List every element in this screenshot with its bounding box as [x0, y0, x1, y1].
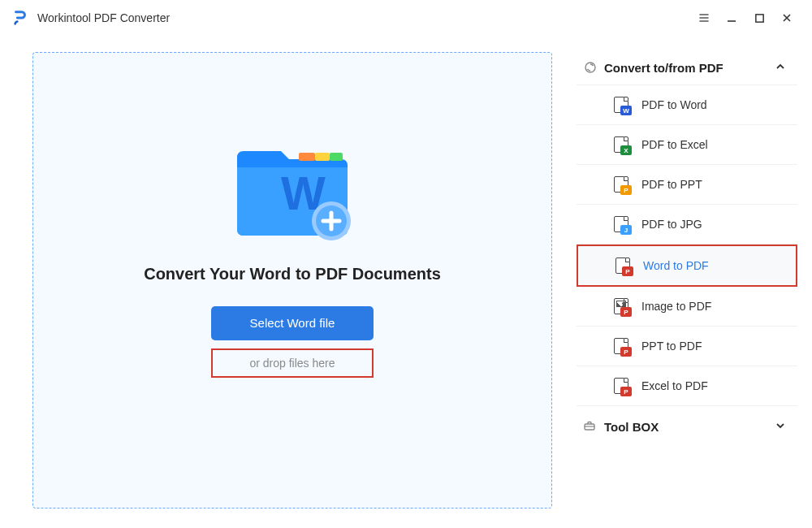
toolbox-section-header[interactable]: Tool BOX	[577, 408, 797, 446]
file-pdf-icon: P	[615, 258, 630, 274]
sidebar-item-label: Word to PDF	[643, 259, 709, 272]
minimize-icon[interactable]	[718, 6, 745, 30]
app-logo-icon	[11, 9, 29, 27]
svg-rect-0	[755, 14, 762, 21]
file-word-icon: W	[614, 97, 628, 113]
convert-icon	[583, 60, 598, 75]
close-icon[interactable]	[773, 6, 801, 30]
sidebar-item-ppt-to-pdf[interactable]: P PPT to PDF	[577, 327, 797, 366]
sidebar-item-pdf-to-excel[interactable]: X PDF to Excel	[577, 125, 797, 165]
sidebar-item-pdf-to-ppt[interactable]: P PDF to PPT	[577, 165, 797, 205]
toolbox-section-label: Tool BOX	[604, 420, 659, 434]
sidebar-item-label: PDF to Excel	[641, 138, 708, 151]
menu-icon[interactable]	[690, 6, 718, 30]
drop-hint[interactable]: or drop files here	[211, 348, 374, 378]
file-dropzone[interactable]: W Convert Your Word to PDF Documents Sel…	[32, 52, 552, 509]
sidebar-item-label: Excel to PDF	[641, 379, 708, 392]
file-pdf-icon: P	[614, 338, 628, 354]
file-image-icon: P	[614, 298, 628, 314]
word-folder-icon: W	[227, 140, 357, 242]
app-title: Workintool PDF Converter	[37, 11, 170, 24]
sidebar-item-label: PDF to PPT	[641, 178, 702, 191]
sidebar-item-word-to-pdf[interactable]: P Word to PDF	[577, 245, 797, 287]
select-file-button[interactable]: Select Word file	[211, 306, 374, 340]
file-pdf-icon: P	[614, 378, 628, 394]
file-ppt-icon: P	[614, 176, 628, 193]
sidebar: Convert to/from PDF W PDF to Word X PDF …	[577, 52, 797, 509]
svg-rect-1	[299, 153, 315, 161]
sidebar-item-label: PDF to JPG	[641, 218, 702, 231]
convert-section-header[interactable]: Convert to/from PDF	[577, 52, 797, 85]
dropzone-headline: Convert Your Word to PDF Documents	[144, 265, 441, 283]
sidebar-item-image-to-pdf[interactable]: P Image to PDF	[577, 287, 797, 327]
svg-rect-2	[315, 153, 330, 161]
sidebar-item-label: Image to PDF	[641, 300, 711, 313]
sidebar-item-excel-to-pdf[interactable]: P Excel to PDF	[577, 366, 797, 406]
convert-section-label: Convert to/from PDF	[604, 61, 723, 75]
sidebar-item-pdf-to-jpg[interactable]: J PDF to JPG	[577, 205, 797, 245]
file-excel-icon: X	[614, 136, 628, 153]
toolbox-icon	[583, 419, 596, 435]
svg-rect-3	[330, 153, 343, 161]
title-bar: Workintool PDF Converter	[0, 0, 812, 36]
chevron-up-icon	[775, 61, 786, 75]
chevron-down-icon	[775, 420, 786, 434]
maximize-icon[interactable]	[745, 6, 773, 30]
file-jpg-icon: J	[614, 216, 628, 232]
sidebar-item-pdf-to-word[interactable]: W PDF to Word	[577, 85, 797, 125]
sidebar-item-label: PPT to PDF	[641, 340, 702, 353]
sidebar-item-label: PDF to Word	[641, 98, 707, 111]
